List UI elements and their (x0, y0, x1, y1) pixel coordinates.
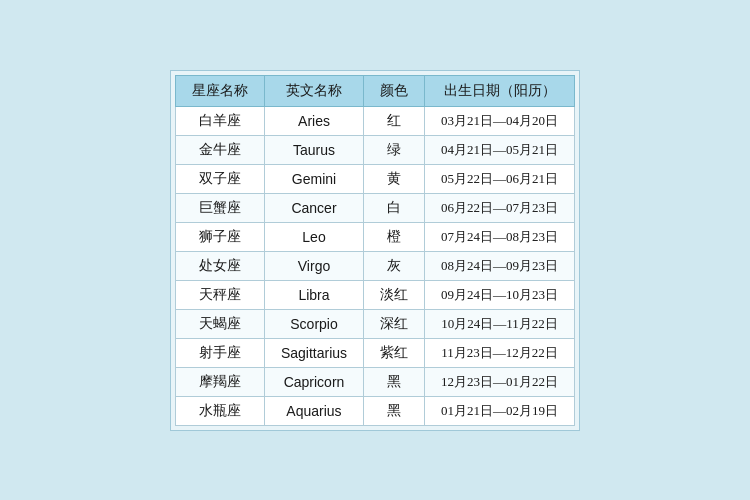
cell-chinese-name: 白羊座 (175, 106, 264, 135)
cell-english-name: Leo (264, 222, 363, 251)
cell-dates: 08月24日—09月23日 (425, 251, 575, 280)
cell-color: 灰 (364, 251, 425, 280)
table-row: 水瓶座Aquarius黑01月21日—02月19日 (175, 396, 574, 425)
cell-english-name: Cancer (264, 193, 363, 222)
cell-english-name: Capricorn (264, 367, 363, 396)
cell-color: 白 (364, 193, 425, 222)
zodiac-table-container: 星座名称 英文名称 颜色 出生日期（阳历） 白羊座Aries红03月21日—04… (170, 70, 580, 431)
zodiac-table: 星座名称 英文名称 颜色 出生日期（阳历） 白羊座Aries红03月21日—04… (175, 75, 575, 426)
table-header-row: 星座名称 英文名称 颜色 出生日期（阳历） (175, 75, 574, 106)
cell-color: 黑 (364, 367, 425, 396)
cell-dates: 03月21日—04月20日 (425, 106, 575, 135)
cell-english-name: Aquarius (264, 396, 363, 425)
cell-english-name: Libra (264, 280, 363, 309)
cell-chinese-name: 摩羯座 (175, 367, 264, 396)
cell-color: 淡红 (364, 280, 425, 309)
cell-dates: 11月23日—12月22日 (425, 338, 575, 367)
cell-chinese-name: 射手座 (175, 338, 264, 367)
cell-chinese-name: 天秤座 (175, 280, 264, 309)
table-row: 处女座Virgo灰08月24日—09月23日 (175, 251, 574, 280)
cell-chinese-name: 双子座 (175, 164, 264, 193)
cell-english-name: Virgo (264, 251, 363, 280)
cell-dates: 05月22日—06月21日 (425, 164, 575, 193)
cell-color: 深红 (364, 309, 425, 338)
table-row: 狮子座Leo橙07月24日—08月23日 (175, 222, 574, 251)
table-row: 射手座Sagittarius紫红11月23日—12月22日 (175, 338, 574, 367)
cell-dates: 04月21日—05月21日 (425, 135, 575, 164)
cell-dates: 01月21日—02月19日 (425, 396, 575, 425)
table-row: 天秤座Libra淡红09月24日—10月23日 (175, 280, 574, 309)
cell-dates: 09月24日—10月23日 (425, 280, 575, 309)
cell-color: 黄 (364, 164, 425, 193)
cell-dates: 12月23日—01月22日 (425, 367, 575, 396)
cell-color: 红 (364, 106, 425, 135)
table-row: 天蝎座Scorpio深红10月24日—11月22日 (175, 309, 574, 338)
cell-dates: 07月24日—08月23日 (425, 222, 575, 251)
cell-english-name: Scorpio (264, 309, 363, 338)
header-color: 颜色 (364, 75, 425, 106)
cell-english-name: Aries (264, 106, 363, 135)
table-row: 双子座Gemini黄05月22日—06月21日 (175, 164, 574, 193)
cell-chinese-name: 金牛座 (175, 135, 264, 164)
cell-chinese-name: 水瓶座 (175, 396, 264, 425)
table-row: 白羊座Aries红03月21日—04月20日 (175, 106, 574, 135)
cell-english-name: Taurus (264, 135, 363, 164)
table-row: 金牛座Taurus绿04月21日—05月21日 (175, 135, 574, 164)
cell-color: 紫红 (364, 338, 425, 367)
cell-color: 黑 (364, 396, 425, 425)
cell-chinese-name: 处女座 (175, 251, 264, 280)
cell-chinese-name: 天蝎座 (175, 309, 264, 338)
cell-color: 绿 (364, 135, 425, 164)
table-row: 摩羯座Capricorn黑12月23日—01月22日 (175, 367, 574, 396)
table-row: 巨蟹座Cancer白06月22日—07月23日 (175, 193, 574, 222)
cell-english-name: Gemini (264, 164, 363, 193)
cell-dates: 10月24日—11月22日 (425, 309, 575, 338)
header-birth-date: 出生日期（阳历） (425, 75, 575, 106)
cell-color: 橙 (364, 222, 425, 251)
cell-dates: 06月22日—07月23日 (425, 193, 575, 222)
header-english-name: 英文名称 (264, 75, 363, 106)
cell-english-name: Sagittarius (264, 338, 363, 367)
header-chinese-name: 星座名称 (175, 75, 264, 106)
cell-chinese-name: 巨蟹座 (175, 193, 264, 222)
cell-chinese-name: 狮子座 (175, 222, 264, 251)
